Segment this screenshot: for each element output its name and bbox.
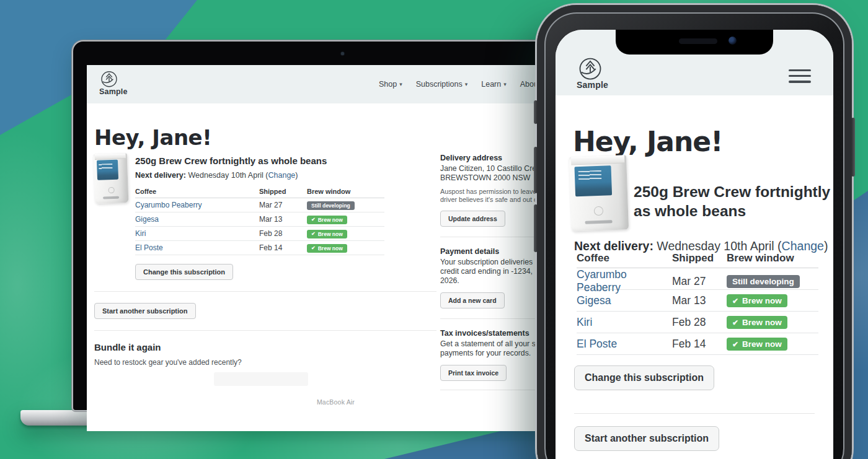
start-subscription-button[interactable]: Start another subscription	[574, 426, 719, 451]
site-header: Sample Shop▾Subscriptions▾Learn▾About▾Lo…	[87, 65, 584, 103]
table-row: Kiri Feb 28 ✔Brew now	[135, 227, 384, 241]
paren-close: )	[295, 171, 298, 180]
shipped-date: Feb 14	[672, 338, 727, 351]
next-delivery-label: Next delivery:	[135, 171, 186, 180]
macbook-screen: Sample Shop▾Subscriptions▾Learn▾About▾Lo…	[87, 65, 584, 431]
front-camera	[728, 37, 737, 45]
coffee-bag-stamp	[594, 206, 604, 216]
shipped-date: Feb 28	[259, 229, 307, 238]
nav-item[interactable]: Learn▾	[481, 80, 507, 89]
shipped-date: Mar 27	[672, 275, 727, 288]
coffee-bag-label	[97, 160, 119, 180]
brand-logo[interactable]: Sample	[99, 69, 128, 96]
iphone-screen: Sample Hey, Jane! 250g Brew Crew fortnig…	[556, 30, 833, 459]
coffee-bag-text	[103, 196, 119, 199]
shipped-date: Mar 13	[672, 294, 727, 307]
coffee-bag-image	[94, 153, 129, 204]
add-card-button[interactable]: Add a new card	[440, 292, 505, 308]
coffee-link[interactable]: Gigesa	[577, 294, 672, 307]
coffee-bag-text	[585, 220, 613, 224]
coffee-table: Coffee Shipped Brew window Cyarumbo Peab…	[577, 249, 818, 355]
subscription-title: 250g Brew Crew fortnightly as whole bean…	[634, 182, 833, 221]
paren-close: )	[824, 239, 828, 253]
check-icon: ✔	[732, 341, 738, 348]
divider	[574, 413, 815, 414]
table-row: Kiri Feb 28 ✔Brew now	[577, 312, 818, 333]
nav-item[interactable]: Shop▾	[379, 80, 402, 89]
macbook-air-label: MacBook Air	[73, 398, 598, 406]
status-badge: ✔Still developing	[307, 201, 355, 210]
volume-up-button	[534, 147, 538, 193]
speaker-slot	[679, 38, 717, 44]
divider	[94, 291, 436, 292]
shipped-date: Mar 13	[259, 215, 307, 224]
coffee-link[interactable]: El Poste	[135, 243, 259, 252]
coffee-bag-image	[569, 155, 629, 231]
bundle-text: Need to restock gear you've added recent…	[94, 358, 436, 367]
mute-switch	[534, 100, 538, 124]
print-invoice-button[interactable]: Print tax invoice	[440, 365, 507, 381]
coffee-table-header: Coffee Shipped Brew window	[135, 185, 384, 198]
change-delivery-link[interactable]: Change	[268, 171, 296, 180]
status-badge: ✔Brew now	[727, 294, 787, 308]
coffee-link[interactable]: El Poste	[577, 338, 672, 351]
status-badge: ✔Brew now	[727, 316, 787, 330]
page-title: Hey, Jane!	[573, 126, 722, 157]
table-row: Cyarumbo Peaberry Mar 27 ✔Still developi…	[577, 268, 818, 290]
check-icon: ✔	[732, 297, 738, 305]
check-icon: ✔	[311, 232, 316, 237]
coffee-link[interactable]: Cyarumbo Peaberry	[135, 201, 259, 209]
next-delivery-value: Wednesday 10th April	[188, 171, 263, 180]
start-subscription-button[interactable]: Start another subscription	[94, 303, 196, 319]
power-button	[851, 118, 855, 177]
table-row: El Poste Feb 14 ✔Brew now	[577, 333, 818, 355]
chevron-down-icon: ▾	[399, 81, 402, 87]
status-badge: ✔Brew now	[307, 216, 347, 224]
next-delivery: Next delivery: Wednesday 10th April (Cha…	[135, 171, 436, 180]
col-shipped: Shipped	[672, 252, 727, 264]
chevron-down-icon: ▾	[503, 81, 507, 87]
brand-wordmark: Sample	[577, 80, 608, 90]
status-badge: ✔Brew now	[727, 338, 787, 351]
hero-composite: Sample Shop▾Subscriptions▾Learn▾About▾Lo…	[0, 0, 868, 459]
shipped-date: Mar 27	[259, 201, 307, 209]
hamburger-menu-icon[interactable]	[789, 69, 811, 87]
table-row: Gigesa Mar 13 ✔Brew now	[135, 212, 384, 227]
coffee-link[interactable]: Gigesa	[135, 215, 259, 224]
product-placeholder	[214, 372, 308, 386]
coffee-table-header: Coffee Shipped Brew window	[577, 249, 818, 268]
coffee-link[interactable]: Kiri	[577, 316, 672, 329]
table-row: El Poste Feb 14 ✔Brew now	[135, 241, 384, 255]
nav-item[interactable]: Subscriptions▾	[416, 80, 468, 89]
page-title: Hey, Jane!	[94, 125, 211, 150]
brand-logo[interactable]: Sample	[577, 55, 608, 90]
brand-wordmark: Sample	[99, 87, 128, 96]
subscription-panel: 250g Brew Crew fortnightly as whole bean…	[94, 149, 436, 367]
col-brew-window: Brew window	[727, 252, 818, 264]
macbook-lid: Sample Shop▾Subscriptions▾Learn▾About▾Lo…	[73, 42, 598, 410]
change-subscription-button[interactable]: Change this subscription	[574, 365, 714, 390]
check-icon: ✔	[311, 217, 316, 222]
check-icon: ✔	[311, 246, 316, 251]
coffee-table-body: Cyarumbo Peaberry Mar 27 ✔Still developi…	[577, 268, 818, 355]
update-address-button[interactable]: Update address	[440, 211, 505, 227]
leaf-logo-icon	[99, 69, 119, 89]
shipped-date: Feb 14	[259, 243, 307, 252]
iphone: Sample Hey, Jane! 250g Brew Crew fortnig…	[537, 5, 852, 459]
volume-down-button	[534, 204, 538, 252]
coffee-bag-stamp	[108, 187, 114, 193]
coffee-table-body: Cyarumbo Peaberry Mar 27 ✔Still developi…	[135, 198, 384, 255]
change-subscription-button[interactable]: Change this subscription	[135, 264, 233, 280]
coffee-link[interactable]: Kiri	[135, 229, 259, 238]
status-badge: ✔Brew now	[307, 230, 347, 238]
coffee-table: Coffee Shipped Brew window Cyarumbo Peab…	[135, 185, 384, 255]
coffee-link[interactable]: Cyarumbo Peaberry	[577, 268, 672, 294]
subscription-title: 250g Brew Crew fortnightly as whole bean…	[135, 155, 436, 166]
chevron-down-icon: ▾	[465, 81, 468, 87]
shipped-date: Feb 28	[672, 316, 727, 329]
col-brew-window: Brew window	[307, 188, 384, 195]
notch	[616, 30, 773, 55]
check-icon: ✔	[732, 319, 738, 326]
col-shipped: Shipped	[259, 188, 307, 195]
webcam-icon	[341, 52, 344, 55]
